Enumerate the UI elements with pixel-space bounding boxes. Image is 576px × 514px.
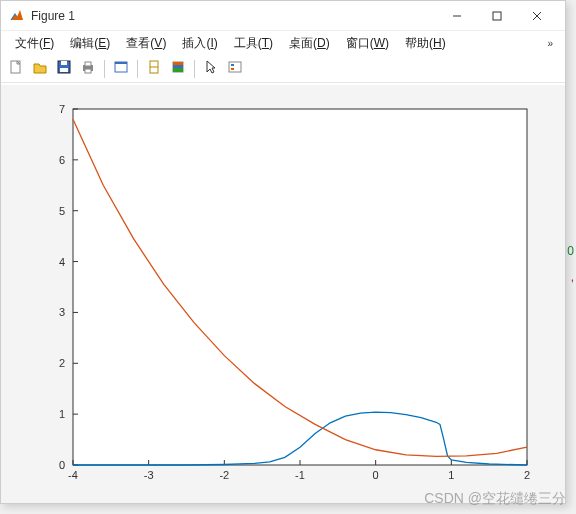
chart-canvas: -4-3-2-101201234567 [1, 85, 567, 505]
xtick-label: 0 [373, 469, 379, 481]
link-button[interactable] [143, 58, 165, 80]
svg-rect-17 [173, 65, 183, 68]
svg-rect-16 [173, 62, 183, 65]
toolbar-separator [137, 60, 138, 78]
axes-box [73, 109, 527, 465]
pointer-icon [203, 59, 219, 79]
print-icon [80, 59, 96, 79]
side-hint-green: 0 [567, 244, 574, 258]
xtick-label: -3 [144, 469, 154, 481]
svg-rect-9 [85, 62, 91, 66]
ytick-label: 4 [59, 256, 65, 268]
xtick-label: -1 [295, 469, 305, 481]
legend-icon [227, 59, 243, 79]
save-button[interactable] [53, 58, 75, 80]
svg-rect-19 [229, 62, 241, 72]
menu-d[interactable]: 桌面(D) [281, 33, 338, 54]
ytick-label: 5 [59, 205, 65, 217]
window-title: Figure 1 [31, 9, 437, 23]
ytick-label: 3 [59, 306, 65, 318]
print-button[interactable] [77, 58, 99, 80]
insert-legend-button[interactable] [224, 58, 246, 80]
toolbar-separator [194, 60, 195, 78]
menu-e[interactable]: 编辑(E) [62, 33, 118, 54]
menu-v[interactable]: 查看(V) [118, 33, 174, 54]
pointer-button[interactable] [200, 58, 222, 80]
svg-rect-18 [173, 68, 183, 72]
xtick-label: -2 [219, 469, 229, 481]
ytick-label: 6 [59, 154, 65, 166]
menu-h[interactable]: 帮助(H) [397, 33, 454, 54]
svg-rect-1 [493, 12, 501, 20]
open-icon [32, 59, 48, 79]
save-icon [56, 59, 72, 79]
ytick-label: 2 [59, 357, 65, 369]
svg-rect-6 [61, 61, 67, 65]
ytick-label: 0 [59, 459, 65, 471]
xtick-label: 2 [524, 469, 530, 481]
new-icon [8, 59, 24, 79]
xtick-label: -4 [68, 469, 78, 481]
maximize-button[interactable] [477, 2, 517, 30]
figure-window: Figure 1 文件(F)编辑(E)查看(V)插入(I)工具(T)桌面(D)窗… [0, 0, 566, 504]
minimize-button[interactable] [437, 2, 477, 30]
colorbar-icon [170, 59, 186, 79]
side-hint-red: , [571, 270, 574, 284]
menubar-overflow-icon[interactable]: » [541, 38, 559, 49]
preview-icon [113, 59, 129, 79]
menu-i[interactable]: 插入(I) [174, 33, 225, 54]
matlab-logo-icon [9, 8, 25, 24]
close-button[interactable] [517, 2, 557, 30]
colorbar-button[interactable] [167, 58, 189, 80]
xtick-label: 1 [448, 469, 454, 481]
plot-area: -4-3-2-101201234567 [1, 85, 565, 503]
title-bar: Figure 1 [1, 1, 565, 31]
print-preview-button[interactable] [110, 58, 132, 80]
menu-t[interactable]: 工具(T) [226, 33, 281, 54]
svg-rect-7 [60, 68, 68, 72]
menu-w[interactable]: 窗口(W) [338, 33, 397, 54]
new-figure-button[interactable] [5, 58, 27, 80]
ytick-label: 7 [59, 103, 65, 115]
svg-rect-12 [115, 62, 127, 64]
link-icon [146, 59, 162, 79]
svg-rect-10 [85, 69, 91, 73]
tool-bar [1, 55, 565, 83]
toolbar-separator [104, 60, 105, 78]
open-button[interactable] [29, 58, 51, 80]
ytick-label: 1 [59, 408, 65, 420]
menu-bar: 文件(F)编辑(E)查看(V)插入(I)工具(T)桌面(D)窗口(W)帮助(H)… [1, 31, 565, 55]
menu-f[interactable]: 文件(F) [7, 33, 62, 54]
